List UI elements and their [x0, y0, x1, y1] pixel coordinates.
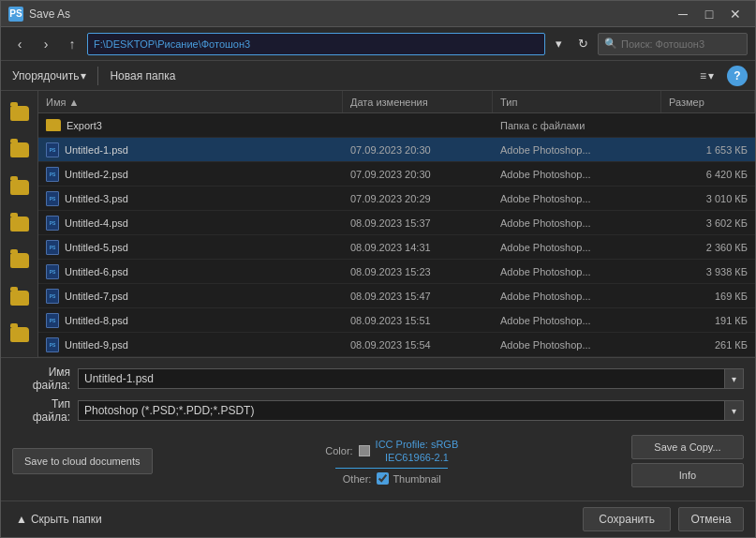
view-button[interactable]: ≡ ▾ [694, 67, 719, 84]
file-name: Untitled-7.psd [65, 291, 128, 302]
search-icon: 🔍 [604, 37, 617, 50]
file-cell-name: PS Untitled-3.psd [38, 191, 343, 206]
file-cell-size: 2 360 КБ [661, 242, 755, 253]
navigation-bar: ‹ › ↑ F:\DESKTOP\Рисание\Фотошон3 ▾ ↻ 🔍 [1, 27, 755, 61]
other-label: Other: [343, 473, 372, 485]
sidebar-item-2[interactable] [1, 131, 37, 168]
thumbnail-checkbox-wrapper: Thumbnail [377, 472, 440, 485]
color-label: Color: [325, 445, 352, 456]
address-dropdown-button[interactable]: ▾ [549, 33, 568, 55]
refresh-button[interactable]: ↻ [571, 33, 594, 55]
file-list-area: Имя ▲ Дата изменения Тип Размер Export3 [1, 91, 755, 357]
sidebar-item-6[interactable] [1, 279, 37, 316]
right-buttons: Save a Copy... Info [631, 435, 744, 487]
sidebar [1, 91, 38, 357]
new-folder-button[interactable]: Новая папка [106, 67, 179, 84]
file-cell-type: Adobe Photoshop... [493, 339, 661, 351]
sidebar-item-3[interactable] [1, 169, 37, 205]
file-row[interactable]: PS Untitled-9.psd 08.09.2023 15:54 Adobe… [38, 333, 755, 357]
maximize-button[interactable]: □ [697, 5, 721, 23]
file-cell-type: Adobe Photoshop... [493, 169, 661, 180]
minimize-button[interactable]: ─ [671, 5, 695, 23]
file-cell-size: 3 010 КБ [661, 193, 755, 204]
thumbnail-label[interactable]: Thumbnail [393, 473, 440, 485]
sidebar-item-4[interactable] [1, 205, 37, 242]
color-profile-link[interactable]: ICC Profile: sRGBIEC61966-2.1 [376, 438, 459, 465]
folder-icon [10, 180, 29, 195]
file-row[interactable]: PS Untitled-1.psd 07.09.2023 20:30 Adobe… [38, 138, 755, 162]
color-divider [335, 468, 448, 469]
cancel-button[interactable]: Отмена [678, 507, 744, 531]
help-button[interactable]: ? [727, 66, 748, 86]
organize-button[interactable]: Упорядочить ▾ [8, 67, 90, 84]
file-cell-name: PS Untitled-6.psd [38, 264, 343, 279]
hide-folders-button[interactable]: ▲ Скрыть папки [12, 511, 106, 528]
folder-icon [46, 119, 61, 131]
save-button[interactable]: Сохранить [583, 507, 671, 531]
new-folder-label: Новая папка [110, 69, 175, 82]
folder-icon [10, 106, 29, 121]
file-name: Untitled-8.psd [65, 315, 128, 326]
file-cell-date: 07.09.2023 20:30 [343, 144, 493, 156]
view-icon: ≡ [700, 69, 706, 82]
file-row[interactable]: PS Untitled-3.psd 07.09.2023 20:29 Adobe… [38, 187, 755, 211]
address-path: F:\DESKTOP\Рисание\Фотошон3 [94, 38, 250, 50]
file-cell-name: PS Untitled-4.psd [38, 216, 343, 231]
filetype-row: Тип файла: ▾ [12, 397, 744, 424]
back-button[interactable]: ‹ [8, 33, 31, 55]
footer-right: Сохранить Отмена [583, 507, 744, 531]
column-header-size[interactable]: Размер [661, 91, 755, 112]
sidebar-item-7[interactable] [1, 317, 37, 353]
file-cell-type: Adobe Photoshop... [493, 266, 661, 277]
file-cell-size: 191 КБ [661, 315, 755, 326]
column-header-type[interactable]: Тип [493, 91, 661, 112]
address-bar[interactable]: F:\DESKTOP\Рисание\Фотошон3 [87, 33, 545, 55]
psd-icon: PS [46, 191, 59, 206]
save-as-dialog: PS Save As ─ □ ✕ ‹ › ↑ F:\DESKTOP\Рисани… [0, 0, 756, 538]
title-bar-controls: ─ □ ✕ [671, 5, 748, 23]
file-cell-date: 07.09.2023 20:29 [343, 193, 493, 204]
filetype-dropdown-button[interactable]: ▾ [725, 400, 744, 421]
view-chevron-icon: ▾ [708, 69, 714, 82]
up-button[interactable]: ↑ [61, 33, 83, 55]
info-button[interactable]: Info [631, 463, 744, 487]
title-bar: PS Save As ─ □ ✕ [1, 1, 755, 27]
sidebar-item-5[interactable] [1, 243, 37, 279]
file-list-header: Имя ▲ Дата изменения Тип Размер [38, 91, 755, 113]
filename-dropdown-button[interactable]: ▾ [725, 368, 744, 389]
color-swatch [359, 445, 370, 456]
column-header-modified[interactable]: Дата изменения [343, 91, 493, 112]
sidebar-item-1[interactable] [1, 95, 37, 131]
file-cell-type: Adobe Photoshop... [493, 291, 661, 302]
file-row[interactable]: PS Untitled-6.psd 08.09.2023 15:23 Adobe… [38, 260, 755, 284]
column-header-name[interactable]: Имя ▲ [38, 91, 343, 112]
save-copy-button[interactable]: Save a Copy... [631, 435, 744, 459]
psd-icon: PS [46, 216, 59, 231]
file-cell-name: Export3 [38, 119, 343, 131]
psd-icon: PS [46, 264, 59, 279]
file-row[interactable]: PS Untitled-7.psd 08.09.2023 15:47 Adobe… [38, 284, 755, 308]
thumbnail-checkbox[interactable] [377, 472, 389, 485]
file-row[interactable]: PS Untitled-8.psd 08.09.2023 15:51 Adobe… [38, 308, 755, 333]
file-cell-name: PS Untitled-7.psd [38, 289, 343, 304]
file-name: Untitled-6.psd [65, 266, 128, 277]
filename-input[interactable] [78, 368, 725, 389]
folder-icon [10, 217, 29, 232]
file-row[interactable]: PS Untitled-5.psd 08.09.2023 14:31 Adobe… [38, 235, 755, 260]
color-row: Color: ICC Profile: sRGBIEC61966-2.1 [325, 438, 458, 465]
close-button[interactable]: ✕ [723, 5, 748, 23]
file-row[interactable]: Export3 Папка с файлами [38, 113, 755, 138]
psd-icon: PS [46, 142, 59, 157]
psd-icon: PS [46, 313, 59, 328]
save-cloud-button[interactable]: Save to cloud documents [12, 448, 153, 474]
file-cell-date: 08.09.2023 15:54 [343, 339, 493, 351]
search-input[interactable] [621, 38, 741, 50]
filetype-input[interactable] [78, 400, 725, 421]
file-cell-size: 261 КБ [661, 339, 755, 351]
forward-button[interactable]: › [35, 33, 57, 55]
file-cell-name: PS Untitled-8.psd [38, 313, 343, 328]
file-row[interactable]: PS Untitled-2.psd 07.09.2023 20:30 Adobe… [38, 162, 755, 187]
file-cell-name: PS Untitled-2.psd [38, 167, 343, 182]
file-row[interactable]: PS Untitled-4.psd 08.09.2023 15:37 Adobe… [38, 211, 755, 235]
file-cell-type: Adobe Photoshop... [493, 193, 661, 204]
